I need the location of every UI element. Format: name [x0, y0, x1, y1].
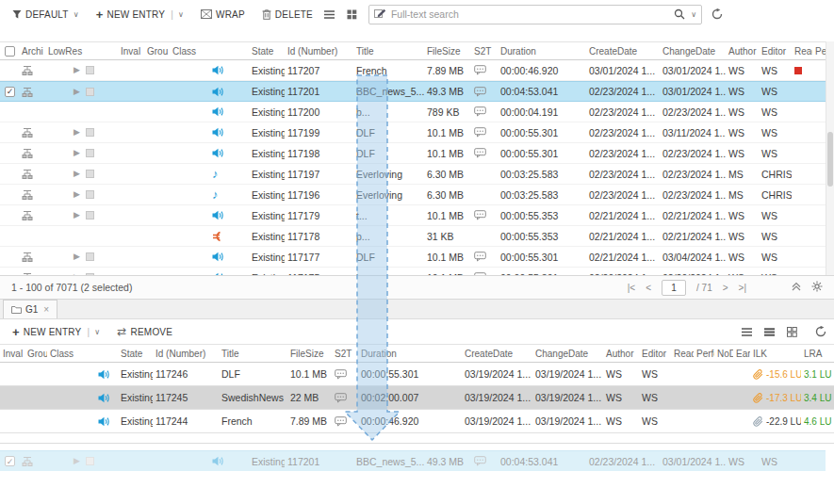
column-header-read[interactable]: Read	[671, 345, 694, 362]
refresh-icon[interactable]	[815, 326, 826, 337]
column-header-read[interactable]: Read	[792, 42, 812, 59]
column-header-title[interactable]: Title	[219, 345, 287, 362]
column-header-author[interactable]: Author	[603, 345, 639, 362]
list-view-icon[interactable]	[321, 6, 338, 23]
column-header-grou[interactable]: Grou	[144, 42, 170, 59]
list-view-icon[interactable]	[738, 323, 755, 340]
table-row[interactable]: ▶Existing117199DLF10.1 MB00:00:55.30102/…	[0, 122, 826, 143]
play-icon[interactable]: ▶	[74, 457, 80, 465]
table-row[interactable]: ▶Existing117175b...10.1 MB00:00:55.30102…	[0, 268, 826, 275]
lowres-player[interactable]: ▶	[45, 451, 118, 471]
row-checkbox[interactable]	[0, 247, 19, 267]
column-header-filesize[interactable]: FileSize	[287, 345, 332, 362]
table-row[interactable]: Existing117246DLF10.1 MB00:00:55.30103/1…	[0, 363, 834, 386]
delete-button[interactable]: DELETE	[253, 0, 321, 28]
column-header-inval[interactable]: Inval	[0, 345, 25, 362]
stop-icon[interactable]	[86, 149, 94, 157]
checkbox-checked[interactable]: ✓	[5, 87, 15, 97]
stop-icon[interactable]	[86, 66, 94, 74]
grid-view-icon[interactable]	[783, 323, 800, 340]
current-page-input[interactable]: 1	[662, 280, 686, 296]
column-header-s2t[interactable]: S2T	[332, 345, 358, 362]
column-header-id-number-[interactable]: Id (Number)	[285, 42, 353, 59]
lowres-player[interactable]: ▶	[45, 247, 118, 267]
table-row[interactable]: ▶♪Existing117196Everloving6.30 MB00:03:2…	[0, 185, 826, 205]
table-row[interactable]: ▶Existing117179t...10.1 MB00:00:55.35302…	[0, 205, 826, 226]
new-entry-button[interactable]: + NEW ENTRY | ∨	[88, 0, 192, 28]
column-header-title[interactable]: Title	[353, 42, 424, 59]
stop-icon[interactable]	[86, 128, 94, 137]
row-checkbox[interactable]: ✓	[0, 451, 19, 471]
lowres-player[interactable]: ▶	[45, 185, 118, 204]
table-row[interactable]: Existing117244French7.89 MB00:00:46.9200…	[0, 410, 834, 433]
column-header-editor[interactable]: Editor	[759, 42, 792, 59]
first-page-button[interactable]: |<	[628, 283, 635, 293]
column-header-lowres[interactable]: LowRes	[45, 42, 118, 59]
row-checkbox[interactable]	[0, 164, 19, 184]
table-row[interactable]: ▶Existing117207French7.89 MB00:00:46.920…	[0, 60, 826, 81]
search-icon[interactable]	[674, 8, 685, 20]
checkbox[interactable]	[5, 46, 15, 57]
column-header-ears[interactable]: Ears	[733, 345, 750, 362]
stop-icon[interactable]	[86, 457, 94, 465]
stop-icon[interactable]	[86, 211, 94, 219]
select-all-checkbox[interactable]	[0, 42, 19, 59]
row-checkbox[interactable]	[0, 122, 19, 142]
lowres-player[interactable]: ▶	[45, 60, 118, 80]
column-header-state[interactable]: State	[118, 345, 153, 362]
column-header-createdate[interactable]: CreateDate	[586, 42, 660, 59]
play-icon[interactable]: ▶	[74, 149, 80, 157]
column-header-duration[interactable]: Duration	[498, 42, 586, 59]
row-checkbox[interactable]	[0, 143, 19, 163]
column-header-perfo[interactable]: Perfo	[694, 345, 714, 362]
vertical-scrollbar[interactable]	[826, 41, 834, 275]
table-row[interactable]: Existing117200b...789 KB00:00:04.19102/2…	[0, 102, 826, 122]
search-chevron-icon[interactable]: ∨	[691, 10, 696, 19]
play-icon[interactable]: ▶	[74, 170, 80, 178]
lowres-player[interactable]: ▶	[45, 122, 118, 142]
stop-icon[interactable]	[86, 252, 94, 261]
column-header-createdate[interactable]: CreateDate	[462, 345, 532, 362]
search-input[interactable]	[391, 8, 669, 20]
wrap-button[interactable]: WRAP	[192, 0, 253, 28]
remove-button[interactable]: ⇄ REMOVE	[108, 319, 181, 344]
prev-page-button[interactable]: <	[646, 283, 651, 293]
stop-icon[interactable]	[86, 170, 94, 178]
checkbox-checked[interactable]: ✓	[5, 456, 15, 466]
column-header-id-number-[interactable]: Id (Number)	[153, 345, 219, 362]
row-checkbox[interactable]	[0, 185, 19, 204]
row-checkbox[interactable]: ✓	[0, 82, 19, 101]
column-header-ilk[interactable]: ILK	[750, 345, 801, 362]
search-filter-edit-icon[interactable]	[374, 8, 386, 20]
play-icon[interactable]: ▶	[74, 211, 80, 219]
tab-close-icon[interactable]: ×	[43, 304, 49, 315]
column-header-editor[interactable]: Editor	[639, 345, 671, 362]
scrollbar-thumb[interactable]	[827, 132, 833, 187]
refresh-icon[interactable]	[711, 8, 723, 20]
column-header-filesize[interactable]: FileSize	[424, 42, 471, 59]
column-header-archi[interactable]: Archi	[19, 42, 45, 59]
table-row[interactable]: Existing117245SwedishNews22 MB00:02:00.0…	[0, 386, 834, 410]
table-row[interactable]: Existing117178p...31 KB00:00:55.35302/21…	[0, 226, 826, 247]
lowres-player[interactable]: ▶	[45, 143, 118, 163]
table-row[interactable]: ▶Existing117177DLF10.1 MB00:00:55.30102/…	[0, 247, 826, 268]
bottom-new-entry-button[interactable]: + NEW ENTRY | ∨	[4, 319, 108, 344]
filter-default-button[interactable]: DEFAULT ∨	[4, 0, 88, 28]
column-header-author[interactable]: Author	[726, 42, 759, 59]
row-checkbox[interactable]	[0, 60, 19, 80]
tab-g1[interactable]: G1 ×	[3, 300, 57, 318]
play-icon[interactable]: ▶	[74, 190, 80, 199]
table-row[interactable]: ✓▶Existing117201BBC_news_5...49.3 MB00:0…	[0, 81, 826, 102]
column-header-duration[interactable]: Duration	[358, 345, 462, 362]
lowres-player[interactable]: ▶	[45, 268, 118, 275]
column-header-lra[interactable]: LRA	[801, 345, 834, 362]
column-header-state[interactable]: State	[249, 42, 285, 59]
row-checkbox[interactable]	[0, 102, 19, 122]
lowres-player[interactable]: ▶	[45, 82, 118, 101]
table-row[interactable]: ✓▶Existing117201BBC_news_5...49.3 MB00:0…	[0, 450, 826, 471]
settings-gear-icon[interactable]	[811, 281, 823, 294]
column-header-changedate[interactable]: ChangeDate	[532, 345, 603, 362]
next-page-button[interactable]: >	[723, 283, 728, 293]
collapse-panel-icon[interactable]	[792, 282, 801, 293]
column-header-s2t[interactable]: S2T	[471, 42, 498, 59]
